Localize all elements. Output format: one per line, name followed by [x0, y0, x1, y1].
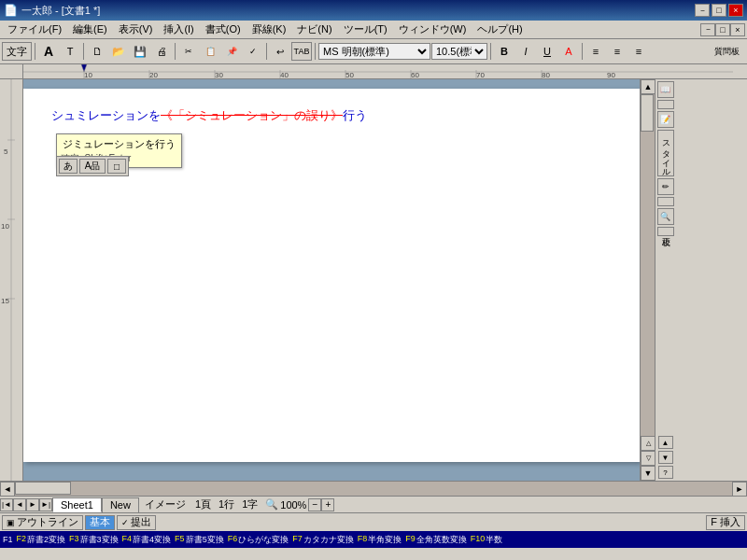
ime-mode-button[interactable]: □: [107, 159, 126, 174]
right-scroll-down-button[interactable]: ▼: [658, 451, 673, 464]
underline-button[interactable]: U: [537, 42, 557, 61]
maximize-button[interactable]: □: [712, 4, 726, 17]
menu-tools[interactable]: ツール(T): [338, 21, 393, 38]
save-button[interactable]: 💾: [130, 42, 150, 61]
right-panel-icon3[interactable]: ✏: [657, 178, 674, 195]
scroll-up-button[interactable]: ▲: [641, 79, 655, 94]
ime-kanji-button[interactable]: A品: [79, 159, 106, 174]
h-scroll-right-button[interactable]: ►: [732, 482, 747, 497]
tab-button[interactable]: TAB: [291, 42, 312, 61]
sheet-tabs-area: |◄ ◄ ► ►| Sheet1 New イメージ 1頁 1行 1字 🔍 100…: [0, 496, 747, 512]
content-area[interactable]: シュミレーションを《「シミュレーション」の誤り》行う ジミュレーションを行う 確…: [23, 79, 640, 481]
vertical-ruler: 5 10 15: [0, 79, 23, 481]
fkey-f6[interactable]: F6 ひらがな変換: [226, 534, 291, 546]
fkey-f4[interactable]: F4 辞書4変換: [120, 534, 174, 546]
h-scroll-thumb[interactable]: [15, 482, 71, 495]
menubar: ファイル(F) 編集(E) 表示(V) 挿入(I) 書式(O) 罫線(K) ナビ…: [0, 21, 747, 39]
print-button[interactable]: 🖨: [151, 42, 172, 61]
right-help-button[interactable]: ?: [658, 466, 673, 479]
separator-4: [266, 43, 267, 60]
tab-nav-last-button[interactable]: ►|: [39, 498, 52, 511]
right-panel-icon1[interactable]: 📖: [657, 81, 674, 98]
zoom-plus-button[interactable]: +: [321, 498, 334, 511]
zoom-minus-button[interactable]: −: [308, 498, 321, 511]
inner-minimize-button[interactable]: －: [700, 23, 715, 36]
text-t-button[interactable]: T: [60, 42, 80, 61]
toolbar-label: 文字: [2, 42, 32, 61]
spell-button[interactable]: ✓: [243, 42, 263, 61]
fkey-f8[interactable]: F8 半角変換: [356, 534, 404, 546]
tab-nav-prev-button[interactable]: ◄: [13, 498, 26, 511]
right-panel-dict-button[interactable]: 辞書: [657, 100, 674, 109]
autocomplete-suggestion[interactable]: ジミュレーションを行う: [61, 136, 177, 152]
status-page: 1頁: [195, 497, 211, 511]
h-scroll-track[interactable]: [15, 482, 732, 496]
app-icon: 📄: [4, 4, 18, 17]
tab-nav-next-button[interactable]: ►: [26, 498, 39, 511]
font-select[interactable]: MS 明朝(標準): [318, 43, 430, 60]
minimize-button[interactable]: －: [695, 4, 710, 17]
fkey-f2[interactable]: F2 辞書2変換: [15, 534, 68, 546]
bold-button[interactable]: B: [494, 42, 514, 61]
scroll-page-up-button[interactable]: △: [641, 436, 655, 451]
fkey-f5[interactable]: F5 辞書5変換: [173, 534, 226, 546]
scroll-track[interactable]: [641, 94, 655, 436]
inner-restore-button[interactable]: □: [715, 23, 730, 36]
inner-close-button[interactable]: ×: [730, 23, 745, 36]
document-page[interactable]: シュミレーションを《「シミュレーション」の誤り》行う ジミュレーションを行う 確…: [23, 89, 640, 462]
sheet-tab-new[interactable]: New: [102, 497, 139, 512]
align-center-button[interactable]: ≡: [607, 42, 627, 61]
status-basic[interactable]: 基本: [85, 515, 115, 530]
titlebar: 📄 一太郎 - [文書1 *] － □ ×: [0, 0, 747, 21]
align-left-button[interactable]: ≡: [585, 42, 606, 61]
separator-6: [490, 43, 491, 60]
undo-button[interactable]: ↩: [270, 42, 290, 61]
new-button[interactable]: 🗋: [87, 42, 107, 61]
align-right-button[interactable]: ≡: [628, 42, 649, 61]
fkey-f9[interactable]: F9 全角英数変換: [403, 534, 469, 546]
right-panel-icon4[interactable]: 🔍: [657, 208, 674, 225]
svg-text:10: 10: [84, 71, 92, 79]
ime-hiragana-button[interactable]: あ: [59, 159, 78, 174]
open-button[interactable]: 📂: [108, 42, 129, 61]
menu-window[interactable]: ウィンドウ(W): [393, 21, 472, 38]
fkey-f10[interactable]: F10 半数: [469, 534, 505, 546]
right-panel-draw-button[interactable]: 作図: [657, 197, 674, 206]
close-button[interactable]: ×: [728, 4, 743, 17]
sheet-tab-1[interactable]: Sheet1: [52, 497, 102, 512]
menu-insert[interactable]: 挿入(I): [158, 21, 199, 38]
svg-text:5: 5: [4, 147, 8, 156]
paste-button[interactable]: 📌: [221, 42, 242, 61]
menu-view[interactable]: 表示(V): [113, 21, 159, 38]
size-select[interactable]: 10.5(標準): [431, 43, 487, 60]
title-text: 一太郎 - [文書1 *]: [21, 4, 695, 18]
menu-border[interactable]: 罫線(K): [247, 21, 292, 38]
menu-format[interactable]: 書式(O): [200, 21, 247, 38]
right-panel-style-button[interactable]: スタイル: [657, 130, 674, 176]
menu-file[interactable]: ファイル(F): [2, 21, 67, 38]
menu-help[interactable]: ヘルプ(H): [472, 21, 528, 38]
menu-edit[interactable]: 編集(E): [67, 21, 113, 38]
h-scroll-left-button[interactable]: ◄: [0, 482, 15, 497]
right-scroll-up-button[interactable]: ▲: [658, 436, 673, 449]
fkey-f3[interactable]: F3 辞書3変換: [67, 534, 120, 546]
status-outline[interactable]: ▣ アウトライン: [2, 515, 83, 530]
qa-button[interactable]: 質問板: [708, 42, 745, 61]
status-submit[interactable]: ✓ 提出: [117, 515, 156, 530]
cut-button[interactable]: ✂: [178, 42, 199, 61]
separator-5: [315, 43, 316, 60]
scroll-down-button[interactable]: ▼: [641, 466, 655, 481]
scroll-page-down-button[interactable]: ▽: [641, 451, 655, 466]
color-button[interactable]: A: [558, 42, 579, 61]
zoom-icon: 🔍: [265, 498, 278, 511]
status-bar: ▣ アウトライン 基本 ✓ 提出 F 挿入: [0, 512, 747, 531]
italic-button[interactable]: I: [515, 42, 536, 61]
menu-nav[interactable]: ナビ(N): [291, 21, 337, 38]
tab-nav-first-button[interactable]: |◄: [0, 498, 13, 511]
copy-button[interactable]: 📋: [200, 42, 220, 61]
fkey-f7[interactable]: F7 カタカナ変換: [290, 534, 356, 546]
right-panel-proofread-button[interactable]: 校正: [657, 227, 674, 236]
scroll-thumb[interactable]: [641, 94, 654, 132]
right-panel-icon2[interactable]: 📝: [657, 111, 674, 128]
bold-a-button[interactable]: A: [38, 42, 59, 61]
